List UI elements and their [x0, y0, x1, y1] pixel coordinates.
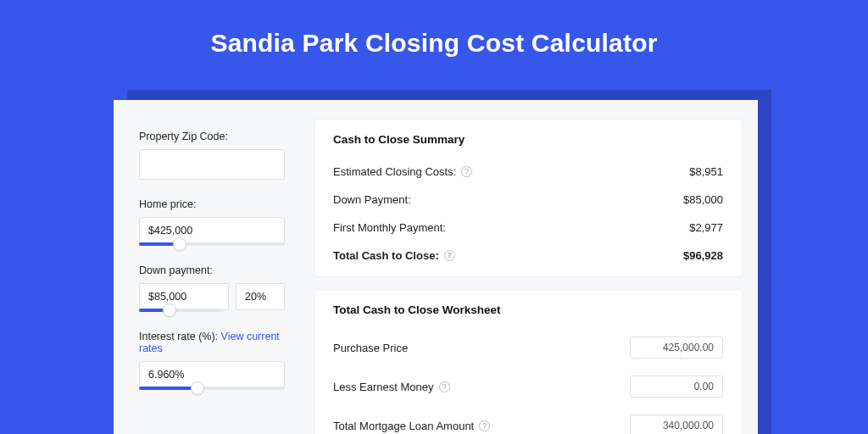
total-cash-label: Total Cash to Close: — [333, 249, 439, 262]
total-cash-value: $96,928 — [683, 249, 723, 262]
page-title: Sandia Park Closing Cost Calculator — [0, 0, 868, 80]
worksheet-card: Total Cash to Close Worksheet Purchase P… — [314, 289, 743, 434]
closing-costs-value: $8,951 — [689, 165, 723, 178]
home-price-field-group: Home price: — [139, 198, 285, 246]
earnest-label: Less Earnest Money — [333, 381, 434, 393]
inputs-sidebar: Property Zip Code: Home price: Down paym… — [114, 119, 307, 434]
mortgage-label: Total Mortgage Loan Amount — [333, 420, 474, 432]
help-icon[interactable]: ? — [439, 381, 450, 392]
help-icon[interactable]: ? — [444, 250, 455, 261]
rate-input[interactable] — [139, 361, 285, 388]
down-payment-input[interactable] — [139, 283, 229, 310]
down-payment-slider[interactable] — [139, 309, 224, 312]
summary-row-total: Total Cash to Close: ? $96,928 — [333, 242, 723, 270]
results-main: Cash to Close Summary Estimated Closing … — [307, 119, 758, 434]
down-payment-pct-input[interactable] — [236, 283, 285, 310]
worksheet-row-purchase-price: Purchase Price — [333, 328, 723, 367]
down-payment-summary-label: Down Payment: — [333, 193, 411, 206]
summary-card: Cash to Close Summary Estimated Closing … — [314, 119, 743, 277]
worksheet-heading: Total Cash to Close Worksheet — [333, 303, 723, 316]
home-price-label: Home price: — [139, 198, 285, 210]
slider-thumb[interactable] — [163, 303, 176, 317]
earnest-input[interactable] — [630, 376, 723, 398]
help-icon[interactable]: ? — [461, 166, 472, 177]
down-payment-summary-value: $85,000 — [683, 193, 723, 206]
closing-costs-label: Estimated Closing Costs: — [333, 165, 456, 178]
first-payment-value: $2,977 — [689, 221, 723, 234]
slider-fill — [139, 387, 198, 390]
mortgage-input[interactable] — [630, 415, 723, 434]
rate-field-group: Interest rate (%): View current rates — [139, 331, 285, 390]
down-payment-field-group: Down payment: — [139, 264, 285, 312]
first-payment-label: First Monthly Payment: — [333, 221, 446, 234]
slider-thumb[interactable] — [191, 381, 204, 395]
down-payment-label: Down payment: — [139, 264, 285, 276]
rate-label-text: Interest rate (%): — [139, 331, 221, 342]
summary-row-first-payment: First Monthly Payment: $2,977 — [333, 214, 723, 242]
slider-thumb[interactable] — [173, 237, 186, 251]
purchase-price-label: Purchase Price — [333, 342, 408, 354]
summary-heading: Cash to Close Summary — [333, 133, 723, 146]
worksheet-row-earnest: Less Earnest Money ? — [333, 367, 723, 406]
help-icon[interactable]: ? — [479, 420, 490, 431]
zip-field-group: Property Zip Code: — [139, 131, 285, 180]
rate-label: Interest rate (%): View current rates — [139, 331, 285, 354]
summary-row-closing-costs: Estimated Closing Costs: ? $8,951 — [333, 158, 723, 186]
home-price-input[interactable] — [139, 217, 285, 244]
zip-input[interactable] — [139, 149, 285, 180]
rate-slider[interactable] — [139, 387, 285, 390]
summary-row-down-payment: Down Payment: $85,000 — [333, 186, 723, 214]
calculator-panel: Property Zip Code: Home price: Down paym… — [114, 100, 758, 434]
worksheet-row-mortgage: Total Mortgage Loan Amount ? — [333, 406, 723, 434]
zip-label: Property Zip Code: — [139, 131, 285, 142]
purchase-price-input[interactable] — [630, 337, 723, 359]
home-price-slider[interactable] — [139, 242, 285, 246]
